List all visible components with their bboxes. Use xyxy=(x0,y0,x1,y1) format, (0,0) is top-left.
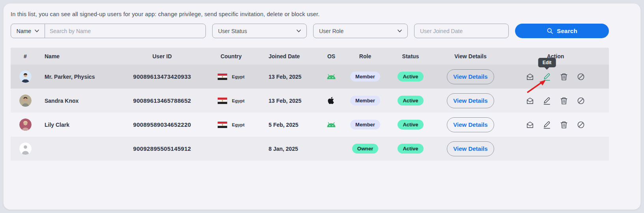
chevron-down-icon xyxy=(398,30,402,32)
user-name: Sandra Knox xyxy=(45,98,78,104)
trash-icon xyxy=(560,72,568,81)
view-details-button[interactable]: View Details xyxy=(447,93,494,108)
name-search-group: Name xyxy=(11,24,206,38)
country-label: Egypt xyxy=(232,98,245,103)
egypt-flag-icon xyxy=(218,74,227,80)
users-list-card: In this list, you can see all signed-up … xyxy=(3,3,641,210)
edit-tooltip: Edit xyxy=(538,58,556,67)
table-header-row: # Name User ID Country Joined Date OS Ro… xyxy=(11,48,609,65)
header-os: OS xyxy=(314,53,348,59)
delete-button[interactable] xyxy=(560,72,568,81)
status-badge: Active xyxy=(398,120,423,130)
user-name: Lily Clark xyxy=(45,122,69,128)
block-icon xyxy=(577,72,585,81)
role-badge: Member xyxy=(350,96,380,106)
user-id: 90089613465788652 xyxy=(131,97,194,104)
header-status: Status xyxy=(382,53,439,59)
user-role-select-label: User Role xyxy=(319,28,343,34)
header-country: Country xyxy=(194,53,269,59)
search-button-label: Search xyxy=(557,28,577,34)
search-icon xyxy=(547,28,553,34)
table-row: Mr. Parker, Physics 90089613473420933 Eg… xyxy=(11,65,609,89)
header-index: # xyxy=(11,53,40,59)
role-badge: Owner xyxy=(352,144,378,154)
status-badge: Active xyxy=(398,72,423,81)
joined-date: 8 Jan, 2025 xyxy=(269,146,314,152)
egypt-flag-icon xyxy=(218,98,227,104)
avatar xyxy=(19,119,32,131)
user-id: 90092895505145912 xyxy=(131,145,194,152)
user-role-select[interactable]: User Role xyxy=(313,24,408,38)
user-status-select-label: User Status xyxy=(218,28,247,34)
avatar xyxy=(19,94,32,107)
search-field-selector[interactable]: Name xyxy=(11,24,45,38)
android-icon xyxy=(327,122,336,128)
avatar-placeholder xyxy=(19,143,32,155)
mail-icon xyxy=(526,96,534,105)
edit-icon xyxy=(543,96,551,106)
chevron-down-icon xyxy=(35,30,39,32)
user-status-select[interactable]: User Status xyxy=(212,24,307,38)
search-field-selector-label: Name xyxy=(17,28,31,34)
status-badge: Active xyxy=(398,144,423,154)
edit-button[interactable] xyxy=(543,120,551,129)
role-badge: Member xyxy=(350,72,380,81)
delete-button[interactable] xyxy=(560,96,568,105)
page-description: In this list, you can see all signed-up … xyxy=(11,11,319,17)
trash-icon xyxy=(560,96,568,105)
apple-icon xyxy=(328,96,335,105)
mail-button[interactable] xyxy=(526,120,534,129)
block-icon xyxy=(577,120,585,129)
chevron-down-icon xyxy=(297,30,301,32)
status-badge: Active xyxy=(398,96,423,106)
block-button[interactable] xyxy=(577,120,585,129)
delete-button[interactable] xyxy=(560,120,568,129)
header-name: Name xyxy=(40,53,131,59)
mail-button[interactable] xyxy=(526,72,534,81)
edit-icon xyxy=(543,120,551,130)
user-id: 90089613473420933 xyxy=(131,73,194,80)
avatar xyxy=(19,70,32,83)
users-table: # Name User ID Country Joined Date OS Ro… xyxy=(11,48,609,161)
view-details-button[interactable]: View Details xyxy=(447,141,494,156)
country-label: Egypt xyxy=(232,74,245,79)
table-row: 90092895505145912 8 Jan, 2025 Owner Acti… xyxy=(11,137,609,161)
user-name: Mr. Parker, Physics xyxy=(45,74,95,80)
view-details-button[interactable]: View Details xyxy=(447,69,494,84)
mail-button[interactable] xyxy=(526,96,534,105)
header-joined-date: Joined Date xyxy=(269,53,314,59)
view-details-button[interactable]: View Details xyxy=(447,117,494,132)
joined-date: 5 Feb, 2025 xyxy=(269,122,314,128)
header-role: Role xyxy=(348,53,382,59)
trash-icon xyxy=(560,120,568,129)
role-badge: Member xyxy=(350,120,380,130)
table-row: Lily Clark 90089589034652220 Egypt 5 Feb… xyxy=(11,113,609,137)
edit-button[interactable] xyxy=(543,96,551,105)
mail-icon xyxy=(526,72,534,81)
egypt-flag-icon xyxy=(218,122,227,128)
country-label: Egypt xyxy=(232,122,245,127)
user-id: 90089589034652220 xyxy=(131,121,194,128)
block-button[interactable] xyxy=(577,72,585,81)
block-icon xyxy=(577,96,585,105)
mail-icon xyxy=(526,120,534,129)
joined-date: 13 Feb, 2025 xyxy=(269,98,314,104)
block-button[interactable] xyxy=(577,96,585,105)
joined-date-input[interactable] xyxy=(414,24,509,38)
table-row: Sandra Knox 90089613465788652 Egypt 13 F… xyxy=(11,89,609,113)
header-user-id: User ID xyxy=(131,53,194,59)
filter-bar: Name User Status User Role Search xyxy=(11,24,609,38)
joined-date: 13 Feb, 2025 xyxy=(269,74,314,80)
header-view-details: View Details xyxy=(439,53,502,59)
edit-button[interactable] xyxy=(543,72,551,81)
search-input[interactable] xyxy=(45,24,205,38)
android-icon xyxy=(327,74,336,80)
edit-icon xyxy=(543,72,551,81)
search-button[interactable]: Search xyxy=(515,24,609,38)
